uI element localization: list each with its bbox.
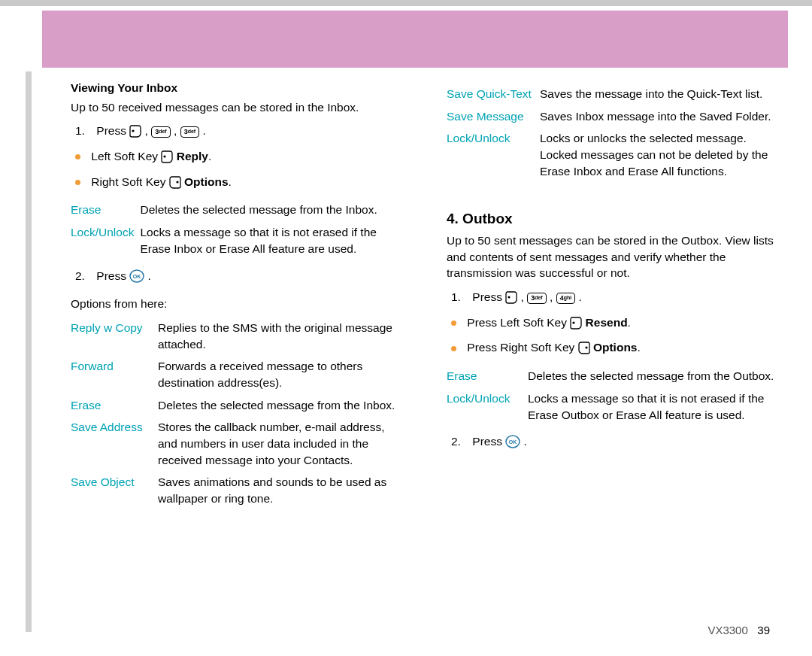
- term-desc: Locks or unlocks the selected message. L…: [540, 127, 774, 182]
- inbox-options-continued: Save Quick-TextSaves the message into th…: [447, 83, 774, 182]
- left-soft-key-icon: [161, 150, 173, 163]
- svg-point-7: [585, 347, 587, 349]
- table-row: ForwardForwards a received message to ot…: [71, 355, 398, 393]
- svg-point-0: [132, 130, 135, 132]
- left-soft-key-icon: [505, 290, 517, 304]
- step-number: 2.: [451, 433, 469, 450]
- right-column: Save Quick-TextSaves the message into th…: [447, 80, 774, 515]
- table-row: Erase Deletes the selected message from …: [71, 199, 377, 221]
- table-row: Lock/UnlockLocks a message so that it is…: [447, 387, 774, 426]
- term-desc: Deletes the selected message from the In…: [140, 199, 377, 221]
- term: Save Message: [447, 105, 540, 128]
- outbox-step1: 1. Press , 3def , 4ghi .: [451, 289, 774, 305]
- bullet-icon: [75, 180, 80, 185]
- outbox-heading: 4. Outbox: [447, 209, 774, 229]
- outbox-left-soft-key-line: Press Left Soft Key Resend.: [451, 314, 774, 331]
- term-desc: Saves the message into the Quick-Text li…: [540, 83, 774, 105]
- step-text: Press: [96, 124, 129, 137]
- inbox-heading: Viewing Your Inbox: [71, 80, 398, 96]
- table-row: Lock/Unlock Locks a message so that it i…: [71, 221, 377, 260]
- table-row: EraseDeletes the selected message from t…: [71, 394, 398, 417]
- left-column: Viewing Your Inbox Up to 50 received mes…: [71, 80, 398, 515]
- table-row: Save ObjectSaves animations and sounds t…: [71, 471, 398, 509]
- left-gray-rule: [26, 71, 32, 632]
- outbox-step2: 2. Press OK .: [451, 433, 774, 450]
- term-desc: Saves animations and sounds to be used a…: [158, 471, 398, 509]
- inbox-left-soft-key-line: Left Soft Key Reply.: [75, 148, 398, 165]
- term-erase: Erase: [71, 199, 140, 221]
- options-label: Options: [593, 341, 638, 354]
- inbox-intro: Up to 50 received messages can be stored…: [71, 99, 398, 116]
- outbox-right-soft-key-line: Press Right Soft Key Options.: [451, 339, 774, 356]
- bullet-icon: [451, 346, 456, 351]
- step-number: 1.: [75, 123, 93, 139]
- svg-point-6: [573, 321, 575, 323]
- table-row: Save AddressStores the callback number, …: [71, 416, 398, 471]
- table-row: Save Quick-TextSaves the message into th…: [447, 83, 774, 105]
- svg-text:OK: OK: [509, 439, 517, 445]
- key-3def-icon: 3def: [180, 126, 200, 138]
- inbox-right-soft-key-line: Right Soft Key Options.: [75, 174, 398, 190]
- table-row: Reply w CopyReplies to the SMS with the …: [71, 317, 398, 355]
- page-content: Viewing Your Inbox Up to 50 received mes…: [71, 80, 774, 515]
- model-number: VX3300: [707, 624, 747, 636]
- ok-key-icon: OK: [505, 434, 520, 449]
- left-soft-key-icon: [570, 316, 582, 330]
- table-row: Save MessageSaves Inbox message into the…: [447, 105, 774, 128]
- reply-label: Reply: [177, 150, 208, 162]
- bullet-icon: [75, 154, 80, 159]
- options-from-here: Options from here:: [71, 296, 398, 312]
- svg-point-2: [176, 181, 178, 183]
- term-desc: Forwards a received message to others de…: [158, 355, 398, 393]
- key-3def-icon: 3def: [527, 293, 547, 304]
- term-desc: Locks a message so that it is not erased…: [140, 221, 377, 260]
- term: Reply w Copy: [71, 317, 158, 355]
- term: Save Address: [71, 416, 158, 471]
- term: Save Quick-Text: [447, 83, 540, 105]
- svg-text:OK: OK: [133, 273, 141, 278]
- page-number: 39: [757, 624, 770, 636]
- inbox-options-table-2: Reply w CopyReplies to the SMS with the …: [71, 317, 398, 510]
- inbox-options-table-1: Erase Deletes the selected message from …: [71, 199, 377, 260]
- outbox-options-table: EraseDeletes the selected message from t…: [447, 365, 774, 426]
- top-gray-border: [0, 0, 812, 6]
- ok-key-icon: OK: [129, 269, 144, 284]
- step-text: Press: [472, 435, 505, 448]
- table-row: EraseDeletes the selected message from t…: [447, 365, 774, 387]
- page-footer: VX3300 39: [707, 622, 770, 638]
- term: Erase: [71, 394, 158, 417]
- step-text: Press: [472, 290, 505, 303]
- svg-point-1: [164, 155, 166, 157]
- term: Save Object: [71, 471, 158, 509]
- term-desc: Saves Inbox message into the Saved Folde…: [540, 105, 774, 128]
- bullet-icon: [451, 320, 456, 326]
- term-desc: Locks a message so that it is not erased…: [528, 387, 774, 426]
- key-4ghi-icon: 4ghi: [556, 293, 576, 304]
- inbox-step2: 2. Press OK .: [75, 268, 398, 284]
- key-3def-icon: 3def: [151, 126, 171, 138]
- outbox-intro: Up to 50 sent messages can be stored in …: [447, 232, 774, 281]
- right-soft-key-icon: [169, 175, 181, 189]
- step-text: Press: [96, 269, 129, 282]
- term-desc: Stores the callback number, e-mail addre…: [158, 416, 398, 471]
- inbox-step1: 1. Press , 3def , 3def .: [75, 123, 398, 139]
- options-label: Options: [184, 175, 229, 188]
- term: Erase: [447, 365, 528, 387]
- term: Forward: [71, 355, 158, 393]
- table-row: Lock/UnlockLocks or unlocks the selected…: [447, 127, 774, 182]
- step-number: 1.: [451, 289, 469, 305]
- step-number: 2.: [75, 268, 93, 284]
- left-soft-key-icon: [129, 124, 141, 138]
- term-desc: Replies to the SMS with the original mes…: [158, 317, 398, 355]
- resend-label: Resend: [586, 316, 628, 329]
- term: Lock/Unlock: [447, 127, 540, 182]
- term-lockunlock: Lock/Unlock: [71, 221, 140, 260]
- term-desc: Deletes the selected message from the Ou…: [528, 365, 774, 387]
- term-desc: Deletes the selected message from the In…: [158, 394, 398, 417]
- term: Lock/Unlock: [447, 387, 528, 426]
- right-soft-key-icon: [578, 341, 590, 354]
- header-pink-band: [42, 11, 788, 68]
- svg-point-5: [508, 296, 511, 298]
